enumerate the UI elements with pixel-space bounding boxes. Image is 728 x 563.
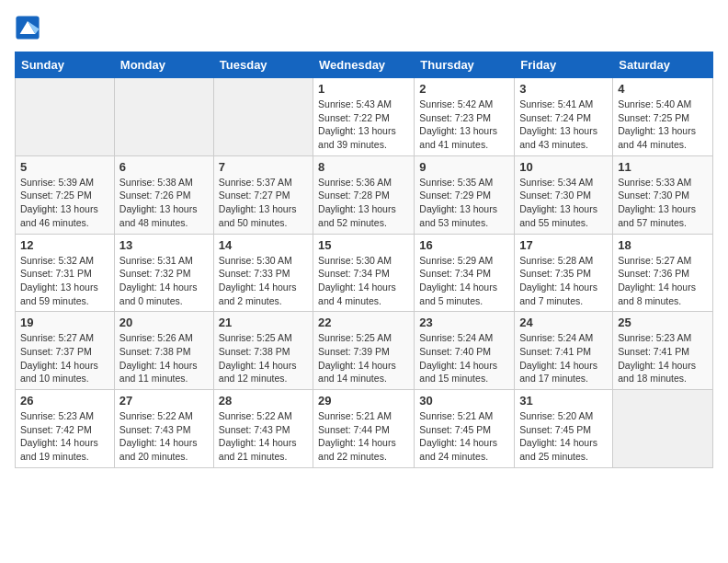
day-number: 31 xyxy=(519,394,608,408)
day-number: 14 xyxy=(219,238,308,252)
day-number: 20 xyxy=(119,316,209,329)
cell-content: Sunrise: 5:24 AMSunset: 7:40 PMDaylight:… xyxy=(419,331,509,385)
cell-content: Sunrise: 5:31 AMSunset: 7:32 PMDaylight:… xyxy=(119,254,209,308)
cell-content: Sunrise: 5:37 AMSunset: 7:27 PMDaylight:… xyxy=(219,176,308,230)
day-number: 8 xyxy=(318,160,409,174)
cell-content: Sunrise: 5:41 AMSunset: 7:24 PMDaylight:… xyxy=(519,98,608,152)
calendar-cell: 19Sunrise: 5:27 AMSunset: 7:37 PMDayligh… xyxy=(16,312,115,390)
calendar-cell: 30Sunrise: 5:21 AMSunset: 7:45 PMDayligh… xyxy=(415,390,515,468)
calendar-cell: 4Sunrise: 5:40 AMSunset: 7:25 PMDaylight… xyxy=(613,78,713,156)
day-number: 24 xyxy=(519,316,608,329)
col-header-sunday: Sunday xyxy=(16,52,115,78)
calendar-cell: 29Sunrise: 5:21 AMSunset: 7:44 PMDayligh… xyxy=(313,390,415,468)
cell-content: Sunrise: 5:26 AMSunset: 7:38 PMDaylight:… xyxy=(119,331,209,385)
calendar-cell: 22Sunrise: 5:25 AMSunset: 7:39 PMDayligh… xyxy=(313,312,415,390)
cell-content: Sunrise: 5:24 AMSunset: 7:41 PMDaylight:… xyxy=(519,331,608,385)
day-number: 6 xyxy=(119,160,209,174)
day-number: 26 xyxy=(20,394,109,408)
calendar-cell: 1Sunrise: 5:43 AMSunset: 7:22 PMDaylight… xyxy=(313,78,415,156)
cell-content: Sunrise: 5:33 AMSunset: 7:30 PMDaylight:… xyxy=(618,176,708,230)
cell-content: Sunrise: 5:36 AMSunset: 7:28 PMDaylight:… xyxy=(318,176,409,230)
cell-content: Sunrise: 5:25 AMSunset: 7:39 PMDaylight:… xyxy=(318,331,409,385)
col-header-monday: Monday xyxy=(114,52,213,78)
calendar-cell: 24Sunrise: 5:24 AMSunset: 7:41 PMDayligh… xyxy=(515,312,613,390)
calendar-cell: 2Sunrise: 5:42 AMSunset: 7:23 PMDaylight… xyxy=(415,78,515,156)
day-number: 2 xyxy=(419,82,509,96)
cell-content: Sunrise: 5:22 AMSunset: 7:43 PMDaylight:… xyxy=(119,409,209,464)
calendar-cell: 6Sunrise: 5:38 AMSunset: 7:26 PMDaylight… xyxy=(114,155,213,234)
calendar-cell xyxy=(16,78,115,156)
day-number: 3 xyxy=(519,82,608,96)
cell-content: Sunrise: 5:42 AMSunset: 7:23 PMDaylight:… xyxy=(419,98,509,152)
logo-icon xyxy=(15,15,40,40)
calendar-cell: 13Sunrise: 5:31 AMSunset: 7:32 PMDayligh… xyxy=(114,234,213,312)
col-header-thursday: Thursday xyxy=(415,52,515,78)
day-number: 27 xyxy=(119,394,209,408)
calendar-cell xyxy=(213,78,313,156)
day-number: 12 xyxy=(20,238,109,252)
day-number: 4 xyxy=(618,82,708,96)
day-number: 15 xyxy=(318,238,409,252)
calendar-cell xyxy=(613,390,713,468)
calendar-cell: 5Sunrise: 5:39 AMSunset: 7:25 PMDaylight… xyxy=(16,155,115,234)
calendar-cell: 21Sunrise: 5:25 AMSunset: 7:38 PMDayligh… xyxy=(213,312,313,390)
day-number: 9 xyxy=(419,160,509,174)
calendar-cell: 25Sunrise: 5:23 AMSunset: 7:41 PMDayligh… xyxy=(613,312,713,390)
calendar-cell: 17Sunrise: 5:28 AMSunset: 7:35 PMDayligh… xyxy=(515,234,613,312)
cell-content: Sunrise: 5:34 AMSunset: 7:30 PMDaylight:… xyxy=(519,176,608,230)
day-number: 16 xyxy=(419,238,509,252)
col-header-wednesday: Wednesday xyxy=(313,52,415,78)
day-number: 29 xyxy=(318,394,409,408)
calendar-week-row: 26Sunrise: 5:23 AMSunset: 7:42 PMDayligh… xyxy=(16,390,713,468)
cell-content: Sunrise: 5:30 AMSunset: 7:33 PMDaylight:… xyxy=(219,254,308,308)
calendar-cell: 16Sunrise: 5:29 AMSunset: 7:34 PMDayligh… xyxy=(415,234,515,312)
cell-content: Sunrise: 5:43 AMSunset: 7:22 PMDaylight:… xyxy=(318,98,409,152)
cell-content: Sunrise: 5:28 AMSunset: 7:35 PMDaylight:… xyxy=(519,254,608,308)
day-number: 17 xyxy=(519,238,608,252)
day-number: 10 xyxy=(519,160,608,174)
cell-content: Sunrise: 5:27 AMSunset: 7:37 PMDaylight:… xyxy=(20,331,109,385)
calendar-table: SundayMondayTuesdayWednesdayThursdayFrid… xyxy=(15,52,713,468)
day-number: 19 xyxy=(20,316,109,329)
day-number: 21 xyxy=(219,316,308,329)
calendar-cell: 31Sunrise: 5:20 AMSunset: 7:45 PMDayligh… xyxy=(515,390,613,468)
calendar-cell: 12Sunrise: 5:32 AMSunset: 7:31 PMDayligh… xyxy=(16,234,115,312)
day-number: 5 xyxy=(20,160,109,174)
cell-content: Sunrise: 5:32 AMSunset: 7:31 PMDaylight:… xyxy=(20,254,109,308)
calendar-cell: 27Sunrise: 5:22 AMSunset: 7:43 PMDayligh… xyxy=(114,390,213,468)
cell-content: Sunrise: 5:22 AMSunset: 7:43 PMDaylight:… xyxy=(219,409,308,464)
day-number: 1 xyxy=(318,82,409,96)
calendar-cell: 14Sunrise: 5:30 AMSunset: 7:33 PMDayligh… xyxy=(213,234,313,312)
calendar-cell: 10Sunrise: 5:34 AMSunset: 7:30 PMDayligh… xyxy=(515,155,613,234)
calendar-week-row: 1Sunrise: 5:43 AMSunset: 7:22 PMDaylight… xyxy=(16,78,713,156)
calendar-cell: 11Sunrise: 5:33 AMSunset: 7:30 PMDayligh… xyxy=(613,155,713,234)
cell-content: Sunrise: 5:21 AMSunset: 7:45 PMDaylight:… xyxy=(419,409,509,464)
cell-content: Sunrise: 5:23 AMSunset: 7:42 PMDaylight:… xyxy=(20,409,109,464)
calendar-cell: 26Sunrise: 5:23 AMSunset: 7:42 PMDayligh… xyxy=(16,390,115,468)
calendar-cell: 8Sunrise: 5:36 AMSunset: 7:28 PMDaylight… xyxy=(313,155,415,234)
day-number: 18 xyxy=(618,238,708,252)
calendar-header-row: SundayMondayTuesdayWednesdayThursdayFrid… xyxy=(16,52,713,78)
day-number: 28 xyxy=(219,394,308,408)
day-number: 25 xyxy=(618,316,708,329)
cell-content: Sunrise: 5:35 AMSunset: 7:29 PMDaylight:… xyxy=(419,176,509,230)
cell-content: Sunrise: 5:40 AMSunset: 7:25 PMDaylight:… xyxy=(618,98,708,152)
day-number: 7 xyxy=(219,160,308,174)
calendar-cell: 7Sunrise: 5:37 AMSunset: 7:27 PMDaylight… xyxy=(213,155,313,234)
day-number: 22 xyxy=(318,316,409,329)
calendar-cell xyxy=(114,78,213,156)
day-number: 13 xyxy=(119,238,209,252)
calendar-cell: 9Sunrise: 5:35 AMSunset: 7:29 PMDaylight… xyxy=(415,155,515,234)
day-number: 11 xyxy=(618,160,708,174)
calendar-week-row: 19Sunrise: 5:27 AMSunset: 7:37 PMDayligh… xyxy=(16,312,713,390)
cell-content: Sunrise: 5:20 AMSunset: 7:45 PMDaylight:… xyxy=(519,409,608,464)
calendar-week-row: 5Sunrise: 5:39 AMSunset: 7:25 PMDaylight… xyxy=(16,155,713,234)
calendar-cell: 15Sunrise: 5:30 AMSunset: 7:34 PMDayligh… xyxy=(313,234,415,312)
cell-content: Sunrise: 5:23 AMSunset: 7:41 PMDaylight:… xyxy=(618,331,708,385)
col-header-saturday: Saturday xyxy=(613,52,713,78)
calendar-week-row: 12Sunrise: 5:32 AMSunset: 7:31 PMDayligh… xyxy=(16,234,713,312)
day-number: 23 xyxy=(419,316,509,329)
calendar-cell: 28Sunrise: 5:22 AMSunset: 7:43 PMDayligh… xyxy=(213,390,313,468)
day-number: 30 xyxy=(419,394,509,408)
cell-content: Sunrise: 5:25 AMSunset: 7:38 PMDaylight:… xyxy=(219,331,308,385)
